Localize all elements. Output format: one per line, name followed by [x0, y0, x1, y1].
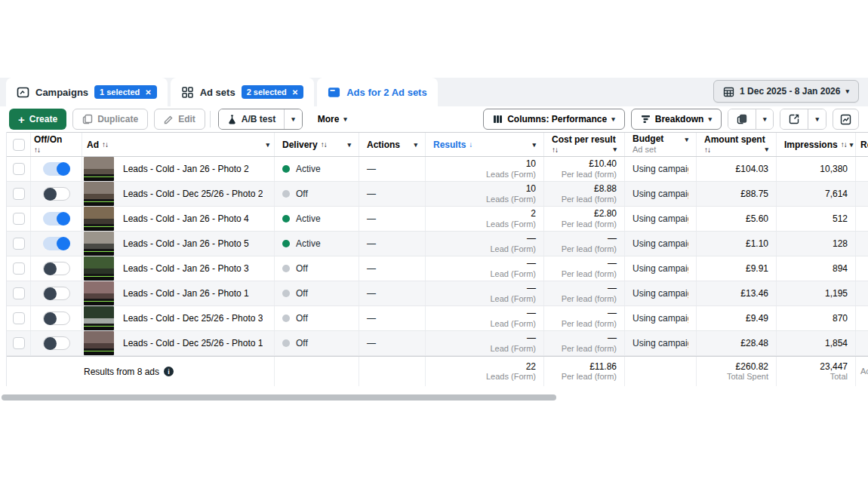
more-button[interactable]: More ▾ [309, 109, 356, 130]
adsets-icon [181, 86, 194, 99]
amount-spent-value: £13.46 [740, 288, 768, 299]
columns-button[interactable]: Columns: Performance ▾ [483, 109, 625, 130]
tab-adsets-label: Ad sets [200, 87, 235, 98]
horizontal-scrollbar-thumb[interactable] [2, 394, 556, 401]
info-icon[interactable]: i [164, 367, 174, 376]
amount-spent-value: £9.49 [746, 313, 768, 324]
header-delivery[interactable]: Delivery ↑↓ ▾ [275, 133, 359, 156]
campaigns-selected-badge[interactable]: 1 selected ✕ [94, 85, 157, 99]
flask-icon [227, 114, 237, 124]
delivery-status-label: Off [296, 288, 308, 299]
ab-test-button[interactable]: A/B test [219, 109, 284, 129]
budget-value: Using campaign… [633, 263, 688, 274]
delivery-status-label: Off [296, 338, 308, 348]
ab-test-dropdown[interactable]: ▾ [284, 109, 302, 129]
header-cost-per-result[interactable]: Cost per result ↑↓ ▾ [544, 133, 625, 156]
chevron-down-icon[interactable]: ▾ [613, 146, 617, 153]
header-amount-spent[interactable]: Amount spent ↑↓ ▾ [697, 133, 777, 156]
delivery-status-dot [282, 290, 290, 297]
tab-ads[interactable]: Ads for 2 Ad sets [317, 78, 437, 106]
clear-campaigns-selection-icon[interactable]: ✕ [145, 88, 151, 97]
ad-toggle[interactable] [43, 237, 70, 250]
reports-button[interactable] [728, 109, 756, 129]
ad-thumbnail[interactable] [84, 207, 114, 231]
chevron-down-icon[interactable]: ▾ [850, 141, 854, 149]
amount-spent-value: £28.48 [740, 338, 768, 348]
charts-button[interactable] [833, 109, 859, 130]
ad-name-link[interactable]: Leads - Cold - Jan 26 - Photo 4 [123, 213, 249, 224]
edit-button[interactable]: Edit [154, 109, 205, 130]
select-all-checkbox[interactable] [13, 139, 25, 151]
cost-label: Per lead (form) [562, 319, 617, 329]
ad-toggle[interactable] [43, 162, 70, 176]
header-results[interactable]: Results ↓ ▾ [426, 133, 544, 156]
table-row: Leads - Cold - Jan 26 - Photo 5 Active —… [7, 232, 868, 256]
sort-icon: ↑↓ [321, 140, 327, 149]
breakdown-button[interactable]: Breakdown ▾ [631, 109, 722, 130]
ad-toggle[interactable] [43, 336, 70, 350]
ad-name-link[interactable]: Leads - Cold - Jan 26 - Photo 3 [123, 263, 249, 274]
results-value: 10 [526, 158, 536, 169]
ad-thumbnail[interactable] [84, 306, 114, 330]
chevron-down-icon[interactable]: ▾ [347, 141, 351, 149]
sort-icon: ↑↓ [841, 140, 847, 149]
row-checkbox[interactable] [13, 238, 25, 250]
duplicate-button[interactable]: Duplicate [72, 109, 148, 130]
ad-thumbnail[interactable] [84, 182, 114, 206]
header-impressions[interactable]: Impressions ↑↓ ▾ [777, 133, 856, 156]
row-checkbox[interactable] [13, 287, 25, 299]
actions-value: — [367, 164, 376, 174]
header-reach[interactable]: Reach [856, 133, 868, 156]
ads-table: Off/On ↑↓ Ad ↑↓ ▾ Delivery ↑↓ ▾ [6, 132, 868, 386]
chevron-down-icon[interactable]: ▾ [765, 146, 768, 153]
ad-toggle[interactable] [43, 312, 70, 325]
row-checkbox[interactable] [13, 188, 25, 200]
header-actions[interactable]: Actions ▾ [359, 133, 426, 156]
header-budget[interactable]: Budget ▾ Ad set [625, 133, 697, 156]
ad-name-link[interactable]: Leads - Cold - Dec 25/26 - Photo 2 [123, 189, 263, 199]
ad-toggle[interactable] [43, 287, 70, 300]
ad-name-link[interactable]: Leads - Cold - Jan 26 - Photo 5 [123, 238, 249, 249]
budget-value: Using campaign… [633, 313, 688, 324]
chevron-down-icon[interactable]: ▾ [414, 141, 417, 149]
header-off-on[interactable]: Off/On ↑↓ [31, 133, 82, 156]
row-checkbox[interactable] [13, 163, 25, 175]
ad-name-link[interactable]: Leads - Cold - Dec 25/26 - Photo 3 [123, 313, 263, 324]
row-checkbox[interactable] [13, 262, 25, 275]
ad-thumbnail[interactable] [84, 232, 114, 256]
ad-thumbnail[interactable] [84, 281, 114, 305]
ad-toggle[interactable] [43, 187, 70, 201]
table-footer-row: Results from 8 ads i 22 Leads (Form) £11… [7, 356, 868, 386]
results-label: Leads (Form) [486, 195, 536, 204]
export-dropdown[interactable]: ▾ [808, 109, 826, 129]
ad-name-link[interactable]: Leads - Cold - Dec 25/26 - Photo 1 [123, 338, 263, 348]
ad-name-link[interactable]: Leads - Cold - Jan 26 - Photo 2 [123, 164, 249, 174]
results-label: Lead (Form) [490, 269, 536, 279]
ad-name-link[interactable]: Leads - Cold - Jan 26 - Photo 1 [123, 288, 249, 299]
reports-dropdown[interactable]: ▾ [756, 109, 774, 129]
ad-thumbnail[interactable] [84, 157, 114, 181]
tab-campaigns[interactable]: Campaigns 1 selected ✕ [6, 78, 168, 106]
chevron-down-icon[interactable]: ▾ [266, 141, 269, 149]
header-ad[interactable]: Ad ↑↓ ▾ [82, 133, 275, 156]
row-checkbox[interactable] [13, 213, 25, 225]
ad-thumbnail[interactable] [84, 256, 114, 281]
chevron-down-icon[interactable]: ▾ [685, 136, 688, 143]
row-checkbox[interactable] [13, 337, 25, 349]
select-all-checkbox-cell [7, 133, 31, 156]
adsets-selected-badge[interactable]: 2 selected ✕ [242, 85, 304, 99]
create-button[interactable]: + Create [9, 109, 66, 130]
chevron-down-icon[interactable]: ▾ [532, 141, 536, 149]
footer-reach: Ac [856, 357, 868, 386]
chevron-down-icon: ▾ [291, 115, 295, 123]
ad-toggle[interactable] [43, 212, 70, 226]
export-button[interactable] [780, 109, 808, 129]
budget-value: Using campaign… [633, 164, 688, 174]
row-checkbox[interactable] [13, 312, 25, 324]
date-range-picker[interactable]: 1 Dec 2025 - 8 Jan 2026 ▾ [713, 80, 859, 103]
tab-adsets[interactable]: Ad sets 2 selected ✕ [171, 78, 315, 106]
clear-adsets-selection-icon[interactable]: ✕ [292, 88, 298, 97]
delivery-status-dot [282, 315, 290, 322]
ad-toggle[interactable] [43, 262, 70, 275]
ad-thumbnail[interactable] [84, 331, 114, 355]
